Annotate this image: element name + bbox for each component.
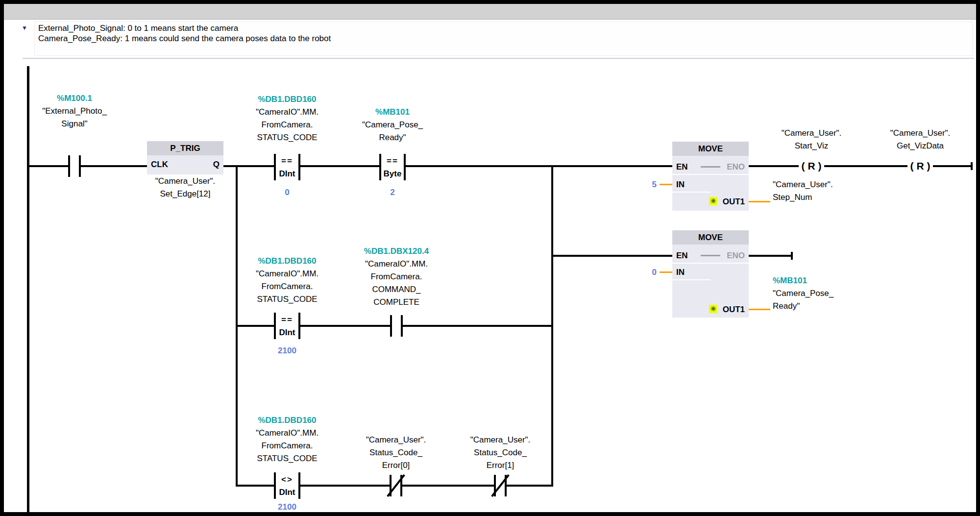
comparator-status-eq-0[interactable]: == DInt [274, 154, 300, 180]
wire-move2-branch [551, 255, 672, 257]
pin-in[interactable]: IN [676, 178, 685, 191]
operand-line[interactable]: FromCamera. [364, 270, 429, 283]
comparator-type[interactable]: DInt [274, 168, 300, 180]
operand-line[interactable]: COMMAND_ [364, 283, 429, 296]
operand-line[interactable]: "Camera_User". [366, 434, 426, 446]
move2-title[interactable]: MOVE [672, 230, 749, 245]
operand-label-external-photo-signal[interactable]: %M100.1 "External_Photo_ Signal" [42, 92, 107, 130]
operand-line[interactable]: Error[0] [366, 459, 426, 472]
operand-label-set-edge[interactable]: "Camera_User". Set_Edge[12] [155, 175, 216, 200]
pin-out1[interactable]: OUT1 [723, 303, 745, 316]
operand-label-start-viz[interactable]: "Camera_User". Start_Viz [782, 127, 842, 152]
operand-line[interactable]: "External_Photo_ [42, 105, 107, 118]
operand-line[interactable]: "Camera_User". [890, 127, 951, 140]
comparator-operator[interactable]: <> [274, 473, 300, 486]
operand-label-camera-pose-ready-out[interactable]: %MB101 "Camera_Pose_ Ready" [773, 274, 833, 313]
operand-label-step-num[interactable]: "Camera_User". Step_Num [773, 178, 833, 204]
operand-label-status-code-3[interactable]: %DB1.DBD160 "CameraIO".MM. FromCamera. S… [256, 414, 318, 465]
address-text[interactable]: %DB1.DBD160 [256, 93, 318, 106]
comparator-type[interactable]: Byte [379, 168, 406, 180]
operand-line[interactable]: Error[1] [470, 459, 531, 472]
comparator-operator[interactable]: == [274, 154, 300, 168]
comparator-value[interactable]: 2 [390, 186, 394, 199]
comparator-value[interactable]: 0 [285, 186, 289, 199]
operand-line[interactable]: FromCamera. [256, 280, 318, 293]
operand-line[interactable]: "CameraIO".MM. [256, 268, 318, 280]
comparator-type[interactable]: DInt [274, 326, 300, 339]
operand-line[interactable]: Start_Viz [782, 140, 842, 152]
operand-label-status-code-1[interactable]: %DB1.DBD160 "CameraIO".MM. FromCamera. S… [256, 93, 318, 144]
operand-line[interactable]: "Camera_User". [773, 178, 833, 191]
operand-line[interactable]: Ready" [362, 131, 423, 144]
operand-line[interactable]: "Camera_Pose_ [362, 119, 423, 131]
comment-separator [23, 58, 974, 59]
operand-line[interactable]: "CameraIO".MM. [256, 106, 318, 119]
nc-contact-status-code-error0[interactable] [390, 475, 402, 496]
reset-coil-get-vizdata[interactable]: ( R ) [907, 159, 933, 173]
pin-out1[interactable]: OUT1 [723, 196, 745, 208]
pin-eno[interactable]: ENO [727, 249, 745, 262]
nc-contact-status-code-error1[interactable] [494, 475, 507, 496]
comparator-operator[interactable]: == [379, 154, 406, 168]
comment-line-1[interactable]: External_Photo_Signal: 0 to 1 means star… [38, 23, 238, 33]
operand-label-command-complete[interactable]: %DB1.DBX120.4 "CameraIO".MM. FromCamera.… [364, 245, 429, 309]
move1-title[interactable]: MOVE [672, 142, 749, 156]
operand-line[interactable]: Status_Code_ [366, 446, 426, 459]
operand-line[interactable]: Signal" [42, 118, 107, 130]
operand-line[interactable]: STATUS_CODE [256, 452, 318, 465]
address-text[interactable]: %MB101 [362, 106, 423, 119]
operand-line[interactable]: "Camera_Pose_ [773, 287, 833, 300]
ptrig-box[interactable]: P_TRIG CLK Q [147, 141, 223, 174]
operand-label-camera-pose-ready-1[interactable]: %MB101 "Camera_Pose_ Ready" [362, 106, 423, 144]
operand-label-status-code-2[interactable]: %DB1.DBD160 "CameraIO".MM. FromCamera. S… [256, 255, 318, 306]
operand-line[interactable]: FromCamera. [256, 119, 318, 131]
address-text[interactable]: %DB1.DBD160 [256, 255, 318, 268]
operand-line[interactable]: "CameraIO".MM. [256, 427, 318, 440]
pin-en[interactable]: EN [676, 249, 688, 262]
window-border-left [0, 0, 4, 516]
comment-collapse-icon[interactable]: ▼ [22, 25, 27, 31]
comparator-status-eq-2100[interactable]: == DInt [274, 313, 300, 339]
operand-line[interactable]: "CameraIO".MM. [364, 258, 429, 270]
address-text[interactable]: %DB1.DBD160 [256, 414, 318, 427]
contact-bar [68, 155, 70, 177]
move2-box[interactable]: MOVE EN ENO IN ✳ OUT1 [672, 230, 749, 318]
address-text[interactable]: %DB1.DBX120.4 [364, 245, 429, 258]
comparator-value[interactable]: 2100 [278, 344, 296, 357]
ptrig-title[interactable]: P_TRIG [147, 141, 223, 155]
pin-in[interactable]: IN [676, 266, 685, 279]
move1-box[interactable]: MOVE EN ENO IN ✳ OUT1 [672, 142, 749, 211]
operand-line[interactable]: COMPLETE [364, 296, 429, 309]
comment-line-2[interactable]: Camera_Pose_Ready: 1 means could send th… [38, 33, 331, 44]
operand-line[interactable]: Step_Num [773, 191, 833, 204]
pin-q[interactable]: Q [213, 158, 220, 171]
reset-coil-start-viz[interactable]: ( R ) [799, 159, 824, 173]
operand-label-get-vizdata[interactable]: "Camera_User". Get_VizData [890, 127, 951, 152]
comparator-operator[interactable]: == [274, 313, 300, 326]
operand-line[interactable]: STATUS_CODE [256, 131, 318, 144]
operand-line[interactable]: "Camera_User". [782, 127, 842, 140]
comparator-type[interactable]: DInt [274, 486, 300, 498]
address-text[interactable]: %MB101 [773, 274, 833, 287]
operand-line[interactable]: Ready" [773, 300, 833, 313]
address-text[interactable]: %M100.1 [42, 92, 107, 105]
no-contact-external-photo-signal[interactable] [68, 155, 81, 177]
operand-label-status-code-error1[interactable]: "Camera_User". Status_Code_ Error[1] [470, 434, 531, 472]
comparator-pose-eq-2[interactable]: == Byte [379, 154, 406, 180]
pin-clk[interactable]: CLK [151, 158, 168, 171]
operand-line[interactable]: STATUS_CODE [256, 293, 318, 306]
contact-bar [390, 315, 392, 337]
operand-line[interactable]: Get_VizData [890, 140, 951, 152]
operand-line[interactable]: Status_Code_ [470, 446, 531, 459]
no-contact-command-complete[interactable] [390, 315, 403, 337]
operand-line[interactable]: Set_Edge[12] [155, 188, 216, 200]
operand-line[interactable]: "Camera_User". [470, 434, 531, 446]
pin-en[interactable]: EN [676, 161, 688, 173]
operand-label-status-code-error0[interactable]: "Camera_User". Status_Code_ Error[0] [366, 434, 426, 472]
pin-eno[interactable]: ENO [727, 161, 745, 173]
move1-in-value[interactable]: 5 [632, 178, 657, 191]
operand-line[interactable]: FromCamera. [256, 440, 318, 452]
comparator-status-ne-2100[interactable]: <> DInt [274, 472, 300, 499]
operand-line[interactable]: "Camera_User". [155, 175, 216, 188]
move2-in-value[interactable]: 0 [632, 266, 657, 279]
